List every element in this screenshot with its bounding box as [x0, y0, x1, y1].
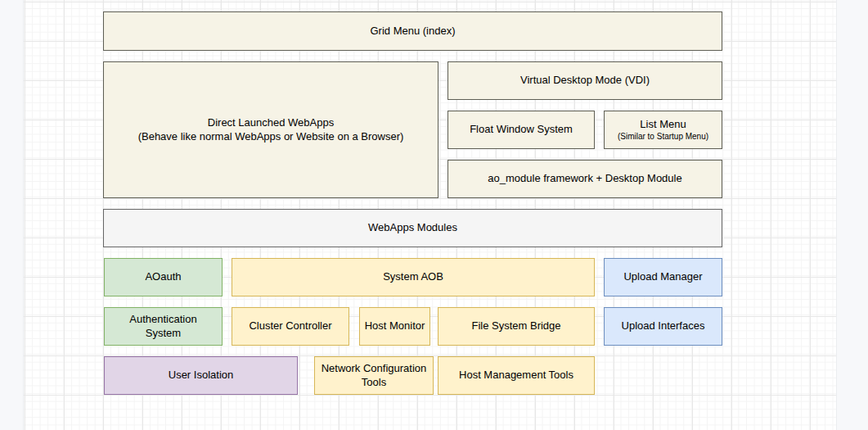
node-label: List Menu [640, 118, 686, 131]
node-label: Host Management Tools [459, 369, 573, 382]
node-authentication-system[interactable]: Authentication System [104, 307, 223, 346]
node-host-monitor[interactable]: Host Monitor [359, 307, 430, 346]
node-cluster-controller[interactable]: Cluster Controller [232, 307, 349, 346]
node-file-system-bridge[interactable]: File System Bridge [438, 307, 595, 346]
node-label: Cluster Controller [249, 319, 331, 333]
node-label: WebApps Modules [368, 221, 457, 234]
diagram-canvas: Grid Menu (index) Direct Launched WebApp… [0, 0, 868, 430]
node-user-isolation[interactable]: User Isolation [104, 356, 298, 395]
node-system-aob[interactable]: System AOB [232, 258, 595, 296]
node-label: Authentication System [116, 313, 210, 340]
node-network-configuration-tools[interactable]: Network Configuration Tools [314, 356, 434, 395]
node-aoauth[interactable]: AOauth [104, 258, 223, 296]
node-virtual-desktop-mode[interactable]: Virtual Desktop Mode (VDI) [447, 61, 722, 100]
node-label: Host Monitor [365, 319, 425, 333]
node-grid-menu[interactable]: Grid Menu (index) [103, 11, 722, 51]
node-sublabel: (Behave like normal WebApps or Website o… [138, 130, 404, 143]
node-label: System AOB [383, 270, 443, 283]
node-label: Network Configuration Tools [318, 362, 430, 389]
node-upload-interfaces[interactable]: Upload Interfaces [604, 307, 722, 346]
node-webapps-modules[interactable]: WebApps Modules [103, 209, 722, 247]
node-list-menu[interactable]: List Menu (Similar to Startup Menu) [604, 111, 722, 149]
node-label: Virtual Desktop Mode (VDI) [520, 74, 650, 87]
node-label: Float Window System [470, 123, 573, 136]
node-label: Upload Interfaces [622, 319, 705, 333]
node-label: User Isolation [169, 369, 233, 382]
node-ao-module-framework[interactable]: ao_module framework + Desktop Module [447, 160, 722, 198]
node-sublabel: (Similar to Startup Menu) [618, 131, 708, 142]
node-host-management-tools[interactable]: Host Management Tools [438, 356, 595, 395]
node-direct-launched-webapps[interactable]: Direct Launched WebApps (Behave like nor… [103, 61, 438, 198]
node-label: ao_module framework + Desktop Module [488, 172, 681, 185]
node-label: Grid Menu (index) [370, 25, 455, 38]
node-label: Direct Launched WebApps [208, 116, 334, 129]
node-label: File System Bridge [471, 319, 560, 333]
node-upload-manager[interactable]: Upload Manager [604, 258, 722, 296]
left-panel-edge [0, 0, 24, 430]
node-label: Upload Manager [623, 270, 702, 283]
right-panel-edge [836, 0, 868, 430]
node-label: AOauth [145, 270, 181, 283]
node-float-window-system[interactable]: Float Window System [447, 111, 595, 149]
